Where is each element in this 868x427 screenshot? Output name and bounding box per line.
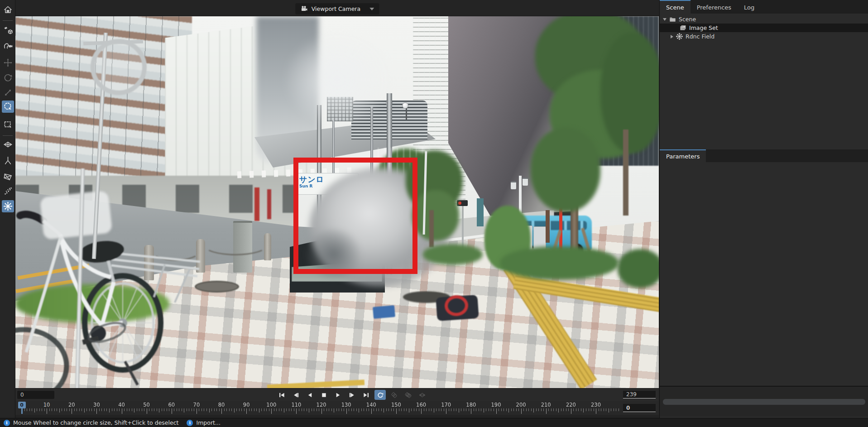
ghost-frames-button-1[interactable] xyxy=(388,390,400,400)
render-canvas[interactable]: サンロ Sun R xyxy=(15,16,659,388)
play-button[interactable] xyxy=(332,390,344,400)
stop-button[interactable] xyxy=(318,390,330,400)
tree-item-image-set[interactable]: Image Set xyxy=(660,24,868,32)
tab-preferences[interactable]: Preferences xyxy=(691,0,738,14)
ruler-tick xyxy=(406,408,407,411)
ruler-label: 110 xyxy=(291,402,301,408)
scene-tree-canopy xyxy=(531,128,600,212)
ruler-tick xyxy=(546,408,547,414)
camera-profile-icon xyxy=(3,41,13,51)
tab-scene[interactable]: Scene xyxy=(660,0,691,14)
ruler-tick xyxy=(39,408,40,411)
play-reverse-button[interactable] xyxy=(304,390,316,400)
camera-frustum-toggle[interactable] xyxy=(2,170,14,182)
ruler-tick xyxy=(439,408,439,411)
camera-profile-tool[interactable] xyxy=(2,40,14,52)
ruler-tick xyxy=(299,408,299,411)
playhead[interactable]: 0 xyxy=(18,402,26,408)
ruler-tick xyxy=(334,408,334,413)
horizontal-scrollbar[interactable] xyxy=(663,399,865,405)
status-hint-text: Import... xyxy=(196,419,220,426)
scene-bollard xyxy=(264,233,271,260)
tree-item-rdnc-field[interactable]: Rdnc Field xyxy=(660,32,868,41)
ruler-tick xyxy=(606,408,606,411)
rotate-tool[interactable] xyxy=(2,72,14,84)
stop-icon xyxy=(321,392,327,398)
ruler-tick xyxy=(476,408,476,411)
ruler-tick xyxy=(349,408,349,411)
home-button[interactable] xyxy=(2,4,14,16)
ruler-tick xyxy=(526,408,527,411)
ruler-tick xyxy=(279,408,279,411)
collapsed-caret-icon[interactable] xyxy=(671,35,673,38)
ruler-tick xyxy=(129,408,129,411)
box-select-tool[interactable] xyxy=(2,119,14,131)
ruler-tick xyxy=(508,408,509,413)
scene-teal-signboard xyxy=(477,198,484,226)
scene-round-sign xyxy=(91,39,147,95)
tab-label: Preferences xyxy=(697,4,731,11)
skip-to-start-button[interactable] xyxy=(276,390,288,400)
ruler-tick xyxy=(266,408,267,411)
scene-blue-pavement-sign xyxy=(373,305,395,319)
axes-icon xyxy=(3,156,13,165)
ruler-tick xyxy=(189,408,189,411)
ruler-tick xyxy=(49,408,50,411)
range-start-input[interactable]: 0 xyxy=(17,391,54,399)
scene-red-poster xyxy=(267,189,271,219)
ruler-tick xyxy=(62,408,62,411)
ruler-tick xyxy=(491,408,491,411)
ground-plane-toggle[interactable] xyxy=(2,139,14,152)
ruler-tick xyxy=(411,408,412,411)
ruler-tick xyxy=(119,408,120,411)
viewport-camera-dropdown[interactable]: Viewport Camera xyxy=(295,3,379,14)
ruler-tick xyxy=(184,408,184,413)
scene-lamp-globe xyxy=(402,102,408,109)
axes-toggle[interactable] xyxy=(2,154,14,167)
expand-caret-icon[interactable] xyxy=(663,18,667,21)
tab-log[interactable]: Log xyxy=(738,0,761,14)
tree-item-scene[interactable]: Scene xyxy=(660,15,868,24)
timeline-ruler[interactable]: 0102030405060708090100110120130140150160… xyxy=(15,401,659,415)
parameters-tabbar: Parameters xyxy=(660,149,868,162)
ruler-tick xyxy=(431,408,432,411)
move-tool[interactable] xyxy=(2,57,14,69)
ruler-tick xyxy=(82,408,82,411)
scale-tool[interactable] xyxy=(2,86,14,99)
ghost-frames-button-2[interactable] xyxy=(403,390,414,400)
ruler-tick xyxy=(271,408,272,414)
loop-toggle-button[interactable] xyxy=(374,390,386,400)
ruler-tick xyxy=(359,408,359,413)
scene-splat-wisp xyxy=(286,34,388,125)
skip-to-end-button[interactable] xyxy=(360,390,372,400)
radiance-field-icon xyxy=(676,33,683,40)
range-end-input[interactable]: 239 xyxy=(623,391,656,398)
ruler-tick xyxy=(548,408,549,411)
selection-rectangle xyxy=(293,158,417,274)
step-forward-button[interactable] xyxy=(346,390,358,400)
current-frame-input[interactable]: 0 xyxy=(623,404,656,412)
ruler-label: 100 xyxy=(266,402,276,408)
ruler-tick xyxy=(376,408,377,411)
ruler-tick xyxy=(42,408,42,411)
ruler-tick xyxy=(286,408,287,411)
circle-select-tool[interactable] xyxy=(2,101,14,113)
ruler-tick xyxy=(192,408,192,411)
ghost-range-button[interactable] xyxy=(417,390,428,400)
ruler-tick xyxy=(269,408,269,411)
ruler-tick xyxy=(54,408,55,411)
splats-toggle[interactable] xyxy=(2,200,14,212)
ruler-tick xyxy=(489,408,489,411)
step-back-button[interactable] xyxy=(290,390,302,400)
scene-lamp-post xyxy=(406,108,407,120)
ruler-tick xyxy=(329,408,329,411)
ruler-tick xyxy=(619,408,619,411)
skip-to-start-icon xyxy=(278,392,285,398)
ruler-tick xyxy=(481,408,481,411)
status-bar: i Mouse Wheel to change circle size, Shi… xyxy=(0,418,868,427)
ruler-tick xyxy=(29,408,30,411)
camera-cube-tool[interactable] xyxy=(2,24,14,37)
point-cloud-toggle[interactable] xyxy=(2,185,14,197)
tab-parameters[interactable]: Parameters xyxy=(660,149,706,162)
ruler-tick xyxy=(231,408,232,411)
